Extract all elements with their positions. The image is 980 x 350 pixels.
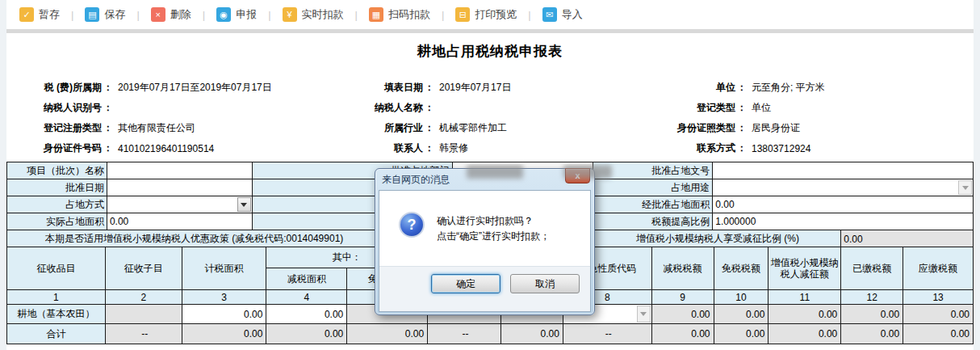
dialog-message: 确认进行实时扣款吗？ 点击“确定”进行实时扣款；: [437, 212, 550, 266]
unit-label: 单位: [600, 81, 735, 95]
colon: ：: [102, 121, 115, 135]
col-number: 4: [266, 290, 347, 304]
question-mark-icon: ?: [399, 212, 425, 238]
small-scale-policy-label: 本期是否适用增值税小规模纳税人优惠政策 (减免税代码:0014049901): [7, 230, 382, 247]
approval-date-input[interactable]: [107, 179, 253, 196]
print-preview-label: 打印预览: [475, 7, 517, 22]
col-number: 9: [652, 290, 714, 304]
taxpayer-id-row: 纳税人识别号：: [13, 98, 118, 118]
tax-period-value: 2019年07月17日至2019年07月17日: [118, 81, 272, 95]
colon: ：: [102, 141, 115, 155]
total-cell: 0.00: [769, 324, 841, 344]
tax-raise-ratio-input[interactable]: 1.000000: [713, 213, 973, 230]
colon: ：: [423, 81, 436, 95]
cell-reduced-area-input[interactable]: 0.00: [266, 305, 347, 323]
cancel-button[interactable]: 取消: [510, 274, 580, 293]
trash-icon: ×: [151, 7, 165, 22]
land-use-label: 占地用途: [593, 179, 713, 196]
project-name-input[interactable]: [107, 162, 253, 179]
header-reduced-area: 减税面积: [266, 268, 347, 289]
occupation-method-select[interactable]: [107, 196, 253, 213]
scan-code-deduction-label: 扫码扣款: [388, 7, 430, 22]
taxpayer-id-label: 纳税人识别号: [13, 101, 102, 115]
cell-taxable-area-input[interactable]: 0.00: [182, 305, 267, 323]
toolbar-divider: [6, 29, 974, 33]
total-cell: --: [428, 324, 501, 344]
total-cell: 0.00: [841, 324, 903, 344]
header-paid-tax: 已缴税额: [841, 247, 903, 289]
colon: ：: [735, 141, 748, 155]
cell-exempt-tax: 0.00: [714, 305, 769, 323]
tax-period-label: 税 (费)所属期: [13, 81, 102, 95]
id-number-label: 身份证件号码: [13, 141, 102, 155]
col-number: 12: [841, 290, 903, 304]
unit-row: 单位：元至角分; 平方米: [600, 78, 825, 98]
import-button[interactable]: ✉ 导入: [539, 7, 586, 22]
cell-paid-tax: 0.00: [841, 305, 903, 323]
approved-area-input[interactable]: 0.00: [713, 196, 973, 213]
colon: ：: [423, 121, 436, 135]
chevron-down-icon[interactable]: [958, 180, 972, 195]
approval-doc-number-input[interactable]: [713, 162, 973, 179]
register-category-label: 登记类型: [600, 101, 735, 115]
redaction-blur: [467, 165, 523, 179]
contact-phone-label: 联系方式: [600, 141, 735, 155]
register-category-row: 登记类型：单位: [600, 98, 771, 118]
header-reduced-tax: 减税税额: [652, 247, 714, 289]
registration-type-row: 登记注册类型：其他有限责任公司: [13, 118, 195, 138]
ok-button[interactable]: 确定: [431, 274, 500, 293]
industry-value: 机械零部件加工: [439, 121, 507, 135]
project-name-label: 项目（批次）名称: [7, 162, 107, 179]
col-number: 11: [769, 290, 841, 304]
id-type-label: 身份证照类型: [600, 121, 735, 135]
col-number: 2: [106, 290, 182, 304]
taxpayer-name-row: 纳税人名称：: [312, 98, 439, 118]
occupation-method-label: 占地方式: [7, 196, 107, 213]
contact-phone-value: 13803712924: [752, 143, 810, 154]
document-icon: ▤: [85, 7, 99, 22]
colon: ：: [423, 101, 436, 115]
total-label: 合计: [7, 324, 106, 344]
contact-person-row: 联系人：韩景修: [312, 138, 468, 158]
cell-payable-tax: 0.00: [903, 305, 973, 323]
delete-label: 删除: [170, 7, 191, 22]
total-cell: --: [106, 324, 182, 344]
cell-reduced-tax: 0.00: [652, 305, 714, 323]
id-number-value: 410102196401190514: [118, 143, 214, 154]
toolbar-separator: |: [528, 9, 530, 21]
colon: ：: [423, 141, 436, 155]
registration-type-label: 登记注册类型: [13, 121, 102, 135]
clock-icon: ◉: [216, 7, 231, 22]
fill-date-label: 填表日期: [312, 81, 423, 95]
realtime-deduction-label: 实时扣款: [302, 7, 344, 22]
col-number: 3: [182, 290, 267, 304]
tax-period-row: 税 (费)所属期：2019年07月17日至2019年07月17日: [13, 78, 272, 98]
toolbar: ✓ 暂存 | ▤ 保存 | × 删除 | ◉ 申报 | ¥ 实时扣款 | ▦ 扫…: [6, 0, 974, 29]
taxpayer-name-label: 纳税人名称: [312, 101, 423, 115]
scan-code-deduction-button[interactable]: ▦ 扫码扣款: [366, 7, 433, 22]
save-button[interactable]: ▤ 保存: [82, 7, 128, 22]
total-cell: 0.00: [501, 324, 563, 344]
delete-button[interactable]: × 删除: [148, 7, 195, 22]
land-use-select[interactable]: [713, 179, 973, 196]
toolbar-separator: |: [442, 9, 444, 21]
actual-area-input[interactable]: 0.00: [107, 213, 253, 230]
print-preview-button[interactable]: ⊟ 打印预览: [452, 7, 520, 22]
toolbar-separator: |: [71, 9, 73, 21]
dialog-message-area: ? 确认进行实时扣款吗？ 点击“确定”进行实时扣款；: [379, 191, 590, 266]
declare-button[interactable]: ◉ 申报: [213, 7, 260, 22]
chevron-down-icon[interactable]: [237, 197, 251, 212]
total-cell: --: [563, 324, 652, 344]
id-type-value: 居民身份证: [752, 121, 800, 135]
total-cell: 0.00: [903, 324, 973, 344]
toolbar-separator: |: [136, 9, 139, 21]
realtime-deduction-button[interactable]: ¥ 实时扣款: [279, 7, 347, 22]
registration-type-value: 其他有限责任公司: [118, 121, 195, 135]
temp-save-button[interactable]: ✓ 暂存: [16, 7, 63, 22]
chevron-down-icon[interactable]: [637, 306, 651, 323]
cell-levy-subitem: [106, 305, 182, 323]
total-cell: 0.00: [182, 324, 267, 344]
table-row-total: 合计 -- 0.00 0.00 0.00 -- 0.00 -- 0.00 0.0…: [7, 324, 973, 344]
total-cell: 0.00: [652, 324, 714, 344]
redaction-blur: [563, 165, 612, 179]
